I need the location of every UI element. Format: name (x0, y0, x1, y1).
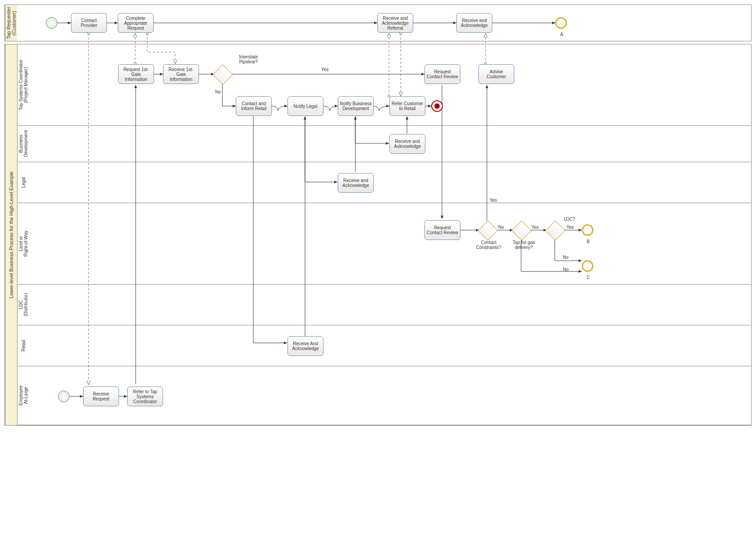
task-emp-refer: Refer to Tap Systems Coordinator (127, 387, 163, 406)
label-yes-interstate: Yes (321, 67, 328, 72)
start-event-emp (58, 391, 70, 402)
task-notify-bd: Notify Buisiness Development (338, 96, 374, 116)
end-event-a: A (555, 17, 567, 29)
lane-label-tsc: Tap Systems Coordinator(Project Manager) (17, 44, 29, 125)
lane-label-retail: Retail (17, 325, 29, 366)
task-complete-request: Complete Appropriate Request (118, 13, 154, 33)
pool-label-lower-level: Lower-level Business Process for the Hig… (5, 44, 17, 425)
task-contact-provider: Contact Provider (71, 13, 107, 33)
pool-lower-level: Lower-level Business Process for the Hig… (4, 44, 752, 426)
terminate-event (431, 100, 443, 112)
lane-land: Land orRight-of-Way Request Contact Revi… (17, 203, 751, 284)
label-contact-constraints: ContactConstraints? (473, 240, 504, 250)
task-rec-1st-gate: Receive 1st-Gate Information (163, 64, 199, 84)
label-interstate: InterstatePipeline? (230, 54, 266, 64)
lane-emp: EmployeeAt-Large Receive Request Refer t… (17, 366, 751, 425)
pool-tap-requester: Tap Requester(Customer) Contact Provider… (4, 4, 752, 41)
task-advise-customer: Advise Customer (478, 64, 514, 84)
label-ldc: LDC? (564, 217, 575, 222)
lane-label-legal: Legal (17, 162, 29, 203)
label-yes-tg: Yes (531, 225, 539, 230)
gateway-ldc (545, 220, 565, 240)
label-no-cc: No (498, 225, 504, 230)
end-event-c: C (582, 260, 593, 272)
task-contact-inform-retail: Contact and Inform Retail (236, 96, 272, 116)
pool-label-tap-requester: Tap Requester(Customer) (5, 5, 17, 41)
label-no-interstate: No (215, 89, 221, 94)
start-event-requester (46, 17, 57, 29)
lane-tsc: Tap Systems Coordinator(Project Manager)… (17, 44, 751, 126)
task-notify-legal: Notify Legal (287, 96, 323, 116)
task-rec-ack-referral: Receive and Acknowledge Referral (377, 13, 413, 33)
lane-ldc: LDC(Distributor) (17, 284, 751, 325)
gateway-tap-gas (511, 220, 531, 240)
end-label-a: A (560, 32, 563, 37)
task-rec-ack: Receive and Acknowledge (456, 13, 492, 33)
lane-label-bd: BusinessDevelopment (17, 126, 29, 162)
lane-label-emp: EmployeeAt-Large (17, 366, 29, 425)
task-request-contact-review: Request Contact Review (424, 64, 460, 84)
task-emp-rec-req: Receive Request (83, 387, 119, 406)
gateway-interstate (212, 64, 233, 84)
lane-label-land: Land orRight-of-Way (17, 203, 29, 284)
label-yes-cc-up: Yes (490, 198, 497, 203)
task-req-1st-gate: Request 1st-Gate Information (118, 64, 154, 84)
lane-legal: Legal Receive and Acknowledge (17, 162, 751, 203)
lane-retail: Retail Receive And Acknowledge (17, 325, 751, 366)
gateway-contact-constraints (477, 220, 498, 240)
lane-bd: BusinessDevelopment Receive and Acknowle… (17, 126, 751, 162)
end-event-b: B (582, 224, 593, 236)
end-label-c: C (587, 275, 590, 280)
task-refer-cust-retail: Refer Customer to Retail (389, 96, 425, 116)
task-land-req-review: Request Contact Review (424, 220, 460, 240)
lane-label-ldc: LDC(Distributor) (17, 284, 29, 325)
label-no-ldc: No (563, 255, 569, 260)
label-yes-ldc: Yes (566, 225, 574, 230)
task-legal-rec-ack: Receive and Acknowledge (338, 173, 374, 193)
label-tap-gas: Tap for gasdelivery? (508, 240, 539, 250)
label-no-tg: No (563, 267, 569, 272)
task-bd-rec-ack: Receive and Acknowledge (389, 134, 425, 154)
task-retail-rec-ack: Receive And Acknowledge (287, 336, 323, 356)
end-label-b: B (587, 239, 590, 244)
